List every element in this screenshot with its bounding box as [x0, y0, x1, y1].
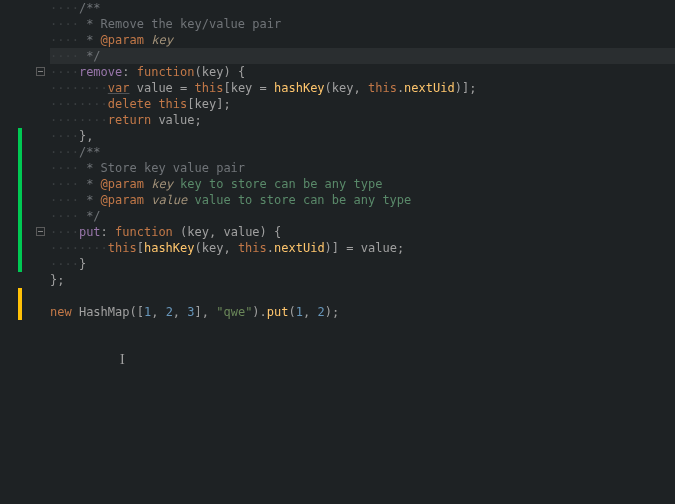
code-line[interactable]: ····},: [50, 128, 675, 144]
code-line[interactable]: ····/**: [50, 144, 675, 160]
change-marker: [18, 128, 22, 272]
code-line[interactable]: [50, 288, 675, 304]
code-line[interactable]: ···· */: [50, 48, 675, 64]
code-line[interactable]: };: [50, 272, 675, 288]
code-line[interactable]: ···· */: [50, 208, 675, 224]
code-line[interactable]: ···· * @param value value to store can b…: [50, 192, 675, 208]
code-line[interactable]: ····}: [50, 256, 675, 272]
code-line[interactable]: ····put: function (key, value) {: [50, 224, 675, 240]
code-line[interactable]: ········delete this[key];: [50, 96, 675, 112]
text-cursor: I: [120, 352, 127, 366]
fold-toggle[interactable]: [36, 67, 45, 76]
code-area[interactable]: I ····/**···· * Remove the key/value pai…: [50, 0, 675, 504]
code-line[interactable]: ········return value;: [50, 112, 675, 128]
fold-toggle[interactable]: [36, 227, 45, 236]
code-line[interactable]: ···· * Remove the key/value pair: [50, 16, 675, 32]
fold-column: [36, 0, 50, 504]
code-line[interactable]: ···· * @param key: [50, 32, 675, 48]
code-line[interactable]: ····/**: [50, 0, 675, 16]
code-editor[interactable]: I ····/**···· * Remove the key/value pai…: [0, 0, 675, 504]
code-line[interactable]: ········this[hashKey(key, this.nextUid)]…: [50, 240, 675, 256]
gutter: [0, 0, 50, 504]
code-line[interactable]: ····remove: function(key) {: [50, 64, 675, 80]
code-line[interactable]: ···· * @param key key to store can be an…: [50, 176, 675, 192]
code-line[interactable]: ········var value = this[key = hashKey(k…: [50, 80, 675, 96]
change-marker: [18, 288, 22, 320]
code-line[interactable]: new HashMap([1, 2, 3], "qwe").put(1, 2);: [50, 304, 675, 320]
code-line[interactable]: ···· * Store key value pair: [50, 160, 675, 176]
